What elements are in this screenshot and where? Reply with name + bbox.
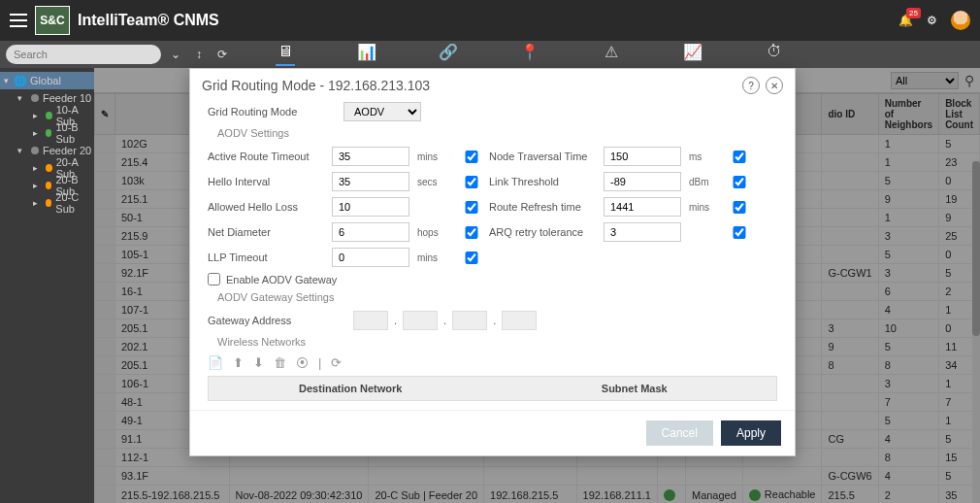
tab-trend[interactable]: 📈	[683, 43, 702, 66]
menu-button[interactable]	[10, 14, 27, 27]
toggle-icon[interactable]: ⌄	[167, 46, 184, 63]
reload-icon[interactable]: ⟳	[331, 355, 342, 370]
divider: |	[318, 355, 321, 370]
cancel-button[interactable]: Cancel	[646, 420, 713, 446]
art-label: Active Route Timeout	[208, 151, 324, 162]
tree-20c[interactable]: ▸20-C Sub	[0, 194, 94, 212]
mode-select[interactable]: AODV	[343, 102, 421, 121]
ntt-unit: ms	[689, 151, 722, 162]
ip-octet-3[interactable]	[452, 311, 487, 330]
ip-octet-4[interactable]	[502, 311, 537, 330]
wireless-section: Wireless Networks	[217, 336, 777, 348]
modal-title: Grid Routing Mode - 192.168.213.103	[202, 78, 430, 93]
ahl-label: Allowed Hello Loss	[208, 201, 324, 213]
ntt-label: Node Traversal Time	[489, 151, 596, 162]
rrt-unit: mins	[689, 202, 722, 213]
refresh-icon[interactable]: ⟳	[213, 46, 231, 63]
tab-devices[interactable]: 🖥	[276, 43, 295, 66]
art-input[interactable]	[332, 147, 409, 166]
enable-gateway-check[interactable]	[208, 273, 220, 285]
apply-button[interactable]: Apply	[721, 420, 781, 446]
help-icon[interactable]: ?	[742, 77, 760, 94]
add-row-icon[interactable]: 📄	[208, 355, 223, 370]
lt-check[interactable]	[730, 176, 749, 188]
hi-input[interactable]	[332, 172, 409, 191]
ip-octet-2[interactable]	[403, 311, 438, 330]
stop-icon[interactable]: ⦿	[296, 355, 309, 370]
ahl-check[interactable]	[462, 201, 481, 214]
gateway-address-label: Gateway Address	[208, 315, 324, 326]
arq-input[interactable]	[604, 222, 681, 242]
network-table-header: Destination Network Subnet Mask	[208, 376, 777, 401]
ntt-input[interactable]	[604, 147, 681, 166]
col-subnet: Subnet Mask	[493, 377, 777, 400]
settings-icon[interactable]: ⚙	[927, 14, 937, 27]
aodv-section: AODV Settings	[217, 127, 777, 139]
nd-unit: hops	[417, 227, 454, 238]
lt-input[interactable]	[604, 172, 681, 191]
llp-check[interactable]	[462, 252, 481, 264]
grid-routing-modal: Grid Routing Mode - 192.168.213.103 ? ✕ …	[189, 68, 796, 456]
arq-label: ARQ retry tolerance	[489, 226, 596, 238]
tab-links[interactable]: 🔗	[439, 43, 458, 66]
tree-icon[interactable]: ↕	[190, 46, 208, 63]
ip-octet-1[interactable]	[353, 311, 388, 330]
llp-label: LLP Timeout	[208, 252, 324, 263]
llp-input[interactable]	[332, 248, 409, 267]
nd-input[interactable]	[332, 222, 409, 242]
nd-check[interactable]	[462, 226, 481, 239]
rrt-input[interactable]	[604, 197, 681, 217]
brand-logo: S&C	[35, 6, 70, 35]
rrt-label: Route Refresh time	[489, 201, 596, 213]
arq-check[interactable]	[730, 226, 749, 239]
ahl-input[interactable]	[332, 197, 409, 217]
ntt-check[interactable]	[730, 151, 749, 163]
sidebar: ▾🌐 Global ▾Feeder 10 ▸10-A Sub ▸10-B Sub…	[0, 68, 94, 503]
upload-icon[interactable]: ⬆	[233, 355, 244, 370]
notification-badge: 25	[906, 8, 921, 18]
art-check[interactable]	[462, 151, 481, 163]
rrt-check[interactable]	[730, 201, 749, 214]
llp-unit: mins	[417, 252, 454, 263]
close-icon[interactable]: ✕	[766, 77, 783, 94]
app-title: IntelliTeam® CNMS	[78, 12, 219, 29]
hi-check[interactable]	[462, 176, 481, 188]
mode-label: Grid Routing Mode	[208, 106, 324, 117]
tab-dashboard[interactable]: ⏱	[765, 43, 784, 66]
gateway-section: AODV Gateway Settings	[217, 291, 777, 303]
delete-icon[interactable]: 🗑	[274, 355, 286, 370]
tree-10b[interactable]: ▸10-B Sub	[0, 124, 94, 142]
hi-label: Hello Interval	[208, 176, 324, 187]
tab-alerts[interactable]: ⚠	[602, 43, 621, 66]
nd-label: Net Diameter	[208, 226, 324, 238]
enable-gateway-label: Enable AODV Gateway	[226, 274, 337, 285]
hi-unit: secs	[417, 177, 454, 187]
lt-label: Link Threshold	[489, 176, 596, 187]
tab-location[interactable]: 📍	[520, 43, 539, 66]
tree-global[interactable]: ▾🌐 Global	[0, 72, 94, 89]
lt-unit: dBm	[689, 177, 722, 187]
search-input[interactable]	[6, 45, 161, 64]
user-avatar[interactable]	[951, 11, 970, 30]
notifications-button[interactable]: 🔔 25	[898, 14, 913, 27]
art-unit: mins	[417, 151, 454, 162]
col-destination: Destination Network	[209, 377, 493, 400]
tab-charts[interactable]: 📊	[357, 43, 376, 66]
download-icon[interactable]: ⬇	[253, 355, 264, 370]
